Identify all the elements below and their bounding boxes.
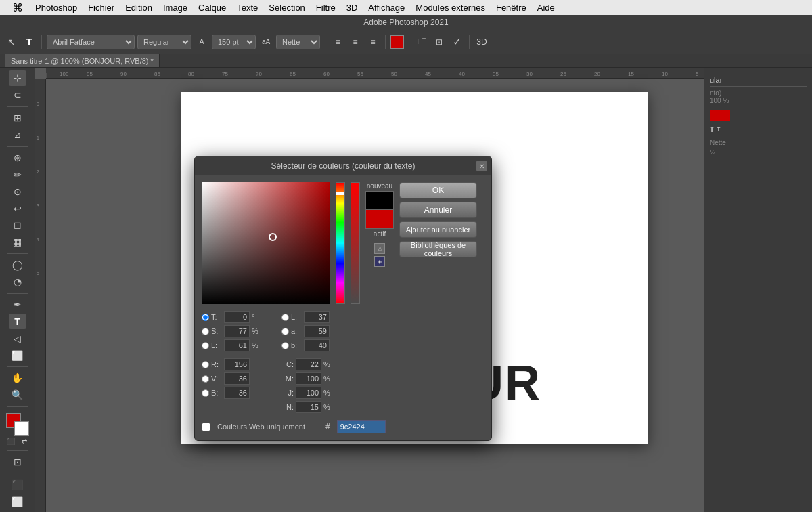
selection-tool[interactable]: ⊹ bbox=[9, 70, 26, 86]
hex-input[interactable] bbox=[337, 420, 386, 433]
green-input[interactable] bbox=[224, 372, 250, 385]
eyedropper-tool[interactable]: ⊿ bbox=[9, 127, 26, 143]
color-libraries-button[interactable]: Bibliothèques de couleurs bbox=[399, 241, 477, 257]
healing-tool[interactable]: ⊛ bbox=[9, 150, 26, 165]
hue-radio[interactable] bbox=[202, 314, 209, 321]
blur-tool[interactable]: ◯ bbox=[9, 257, 26, 273]
svg-text:80: 80 bbox=[188, 71, 194, 77]
antialiasing-select[interactable]: Nette bbox=[276, 35, 320, 49]
menu-selection[interactable]: Sélection bbox=[263, 0, 310, 15]
3d-toggle[interactable]: 3D bbox=[474, 35, 489, 49]
green-radio[interactable] bbox=[202, 375, 209, 383]
cancel-button[interactable]: Annuler bbox=[399, 202, 477, 218]
cmyk-j-label: J: bbox=[281, 389, 294, 397]
document-tab[interactable]: Sans titre-1 @ 100% (BONJOUR, RVB/8) * bbox=[5, 54, 160, 67]
svg-text:25: 25 bbox=[560, 71, 566, 77]
default-colors-icon[interactable]: ⬛ bbox=[5, 436, 16, 447]
background-color[interactable] bbox=[14, 421, 29, 436]
history-tool[interactable]: ↩ bbox=[9, 200, 26, 216]
brush-tool[interactable]: ✏ bbox=[9, 167, 26, 182]
font-size-select[interactable]: 150 pt bbox=[212, 35, 256, 49]
screen-mode-icon[interactable]: ⬛ bbox=[9, 477, 26, 492]
gradient-tool[interactable]: ▦ bbox=[9, 234, 26, 250]
layer-transform-icon[interactable]: ⊡ bbox=[432, 35, 447, 49]
move-tool-icon[interactable]: ↖ bbox=[4, 35, 19, 49]
add-to-swatches-button[interactable]: Ajouter au nuancier bbox=[399, 221, 477, 238]
lasso-tool[interactable]: ⊂ bbox=[9, 87, 26, 103]
font-family-select[interactable]: Abril Fatface bbox=[47, 35, 135, 49]
svg-text:95: 95 bbox=[87, 71, 93, 77]
lab-a-radio[interactable] bbox=[281, 328, 289, 335]
clone-tool[interactable]: ⊙ bbox=[9, 184, 26, 199]
light-radio[interactable] bbox=[202, 342, 209, 349]
ok-button[interactable]: OK bbox=[399, 182, 477, 198]
menu-fichier[interactable]: Fichier bbox=[83, 0, 120, 15]
eraser-tool[interactable]: ◻ bbox=[9, 217, 26, 233]
gradient-picker[interactable] bbox=[202, 182, 330, 304]
web-only-checkbox[interactable] bbox=[202, 423, 210, 431]
color-picker-header: Sélecteur de couleurs (couleur du texte)… bbox=[195, 156, 491, 175]
blue-radio[interactable] bbox=[202, 389, 209, 397]
menu-modules[interactable]: Modules externes bbox=[410, 0, 491, 15]
red-radio[interactable] bbox=[202, 361, 209, 368]
cmyk-m-input[interactable] bbox=[296, 372, 321, 385]
shape-tool[interactable]: ⬜ bbox=[9, 347, 26, 363]
menu-aide[interactable]: Aide bbox=[532, 0, 560, 15]
align-right-icon[interactable]: ≡ bbox=[365, 35, 380, 49]
hue-input[interactable] bbox=[224, 311, 250, 323]
panel-tab[interactable]: ular bbox=[710, 76, 722, 84]
sat-input[interactable] bbox=[224, 325, 250, 337]
sat-radio[interactable] bbox=[202, 328, 209, 335]
blue-input[interactable] bbox=[224, 387, 250, 399]
cmyk-c-input[interactable] bbox=[296, 358, 321, 370]
warp-text-icon[interactable]: T⌒ bbox=[414, 35, 429, 49]
font-style-select[interactable]: Regular bbox=[137, 35, 191, 49]
alert-icon[interactable]: ⚠ bbox=[374, 243, 385, 254]
apple-menu[interactable]: ⌘ bbox=[5, 0, 30, 15]
svg-text:15: 15 bbox=[628, 71, 634, 77]
lab-b-input[interactable] bbox=[304, 339, 330, 351]
crop-tool[interactable]: ⊞ bbox=[9, 110, 26, 126]
color-picker-close[interactable]: ✕ bbox=[476, 161, 487, 171]
hash-label: # bbox=[325, 422, 330, 431]
cmyk-j-input[interactable] bbox=[296, 387, 321, 399]
svg-rect-22 bbox=[35, 79, 46, 512]
type-tool[interactable]: T bbox=[9, 314, 26, 329]
swap-colors-icon[interactable]: ⇄ bbox=[19, 436, 30, 447]
cmyk-m-row: M: % bbox=[281, 372, 333, 385]
hand-tool[interactable]: ✋ bbox=[9, 370, 26, 386]
cancel-edit-icon[interactable]: ✓ bbox=[449, 35, 464, 49]
frame-mode-icon[interactable]: ⬜ bbox=[9, 494, 26, 509]
alpha-slider[interactable] bbox=[351, 182, 360, 304]
align-left-icon[interactable]: ≡ bbox=[330, 35, 345, 49]
menu-filtre[interactable]: Filtre bbox=[311, 0, 341, 15]
cmyk-n-input[interactable] bbox=[296, 401, 321, 413]
menu-photoshop[interactable]: Photoshop bbox=[30, 0, 83, 15]
menu-texte[interactable]: Texte bbox=[231, 0, 263, 15]
cmyk-j-unit: % bbox=[323, 389, 333, 397]
menu-fenetre[interactable]: Fenêtre bbox=[491, 0, 532, 15]
cube-icon[interactable]: ◈ bbox=[374, 256, 385, 267]
lab-L-radio[interactable] bbox=[281, 314, 289, 321]
light-input[interactable] bbox=[224, 339, 250, 351]
preview-new-label: nouveau bbox=[365, 182, 394, 190]
zoom-tool[interactable]: 🔍 bbox=[9, 387, 26, 403]
path-tool[interactable]: ◁ bbox=[9, 330, 26, 346]
lab-L-input[interactable] bbox=[304, 311, 330, 323]
red-input[interactable] bbox=[224, 358, 250, 370]
menu-3d[interactable]: 3D bbox=[341, 0, 363, 15]
menu-calque[interactable]: Calque bbox=[193, 0, 231, 15]
hue-slider[interactable] bbox=[336, 182, 345, 304]
dodge-tool[interactable]: ◔ bbox=[9, 274, 26, 290]
type-tool-icon[interactable]: T bbox=[22, 35, 37, 49]
lab-a-input[interactable] bbox=[304, 325, 330, 337]
menu-edition[interactable]: Edition bbox=[120, 0, 158, 15]
align-center-icon[interactable]: ≡ bbox=[348, 35, 363, 49]
menu-affichage[interactable]: Affichage bbox=[363, 0, 410, 15]
text-color-swatch[interactable] bbox=[390, 35, 404, 49]
pen-tool[interactable]: ✒ bbox=[9, 297, 26, 312]
lab-b-radio[interactable] bbox=[281, 342, 289, 349]
quick-mask-icon[interactable]: ⊡ bbox=[9, 454, 26, 469]
menu-image[interactable]: Image bbox=[158, 0, 193, 15]
sat-label: S: bbox=[211, 327, 222, 335]
